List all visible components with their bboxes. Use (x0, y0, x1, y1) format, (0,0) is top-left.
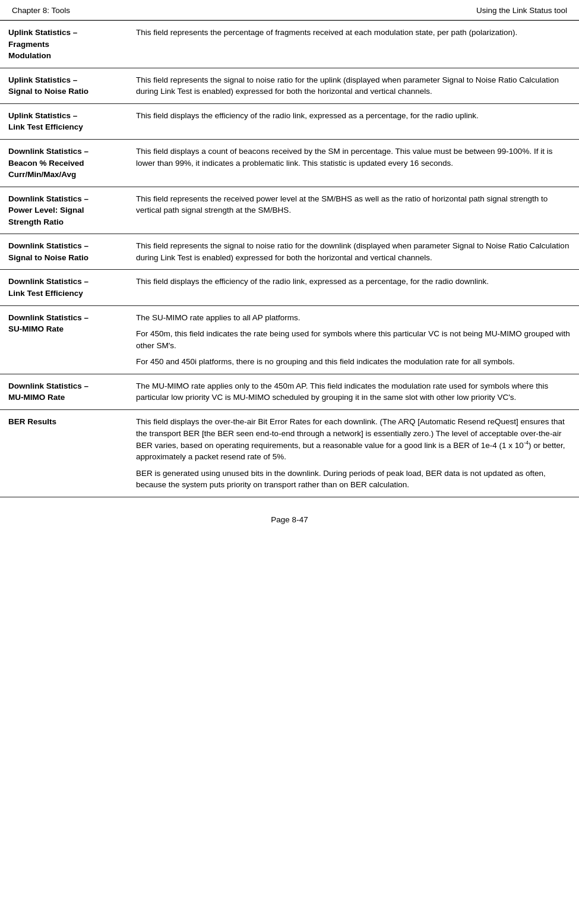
row-label: Downlink Statistics –SU-MIMO Rate (0, 305, 128, 374)
row-description: This field displays the efficiency of th… (128, 103, 579, 139)
row-description: The SU-MIMO rate applies to all AP platf… (128, 305, 579, 374)
header-section: Using the Link Status tool (476, 6, 567, 15)
table-row: Downlink Statistics –MU-MIMO RateThe MU-… (0, 374, 579, 409)
table-row: BER ResultsThis field displays the over-… (0, 409, 579, 497)
table-row: Downlink Statistics –Power Level: Signal… (0, 187, 579, 234)
table-row: Downlink Statistics –SU-MIMO RateThe SU-… (0, 305, 579, 374)
table-row: Downlink Statistics –Signal to Noise Rat… (0, 234, 579, 270)
header-chapter: Chapter 8: Tools (12, 6, 70, 15)
table-row: Uplink Statistics –Link Test EfficiencyT… (0, 103, 579, 139)
row-description: This field represents the signal to nois… (128, 234, 579, 270)
table-row: Uplink Statistics –FragmentsModulationTh… (0, 21, 579, 68)
page-header: Chapter 8: Tools Using the Link Status t… (0, 0, 579, 20)
row-description: This field displays the over-the-air Bit… (128, 409, 579, 497)
table-row: Uplink Statistics –Signal to Noise Ratio… (0, 68, 579, 103)
row-label: Downlink Statistics –Beacon % ReceivedCu… (0, 139, 128, 187)
table-row: Downlink Statistics –Beacon % ReceivedCu… (0, 139, 579, 187)
row-label: Uplink Statistics –Signal to Noise Ratio (0, 68, 128, 103)
content-table: Uplink Statistics –FragmentsModulationTh… (0, 20, 579, 497)
row-description: This field represents the signal to nois… (128, 68, 579, 103)
row-label: Downlink Statistics –MU-MIMO Rate (0, 374, 128, 409)
row-label: BER Results (0, 409, 128, 497)
row-label: Downlink Statistics –Power Level: Signal… (0, 187, 128, 234)
row-description: This field represents the percentage of … (128, 21, 579, 68)
row-label: Uplink Statistics –FragmentsModulation (0, 21, 128, 68)
row-description: The MU-MIMO rate applies only to the 450… (128, 374, 579, 409)
page-number: Page 8-47 (271, 515, 308, 524)
row-label: Downlink Statistics –Link Test Efficienc… (0, 270, 128, 305)
row-description: This field displays a count of beacons r… (128, 139, 579, 187)
page-footer: Page 8-47 (0, 497, 579, 536)
row-description: This field represents the received power… (128, 187, 579, 234)
row-description: This field displays the efficiency of th… (128, 270, 579, 305)
table-row: Downlink Statistics –Link Test Efficienc… (0, 270, 579, 305)
row-label: Uplink Statistics –Link Test Efficiency (0, 103, 128, 139)
row-label: Downlink Statistics –Signal to Noise Rat… (0, 234, 128, 270)
